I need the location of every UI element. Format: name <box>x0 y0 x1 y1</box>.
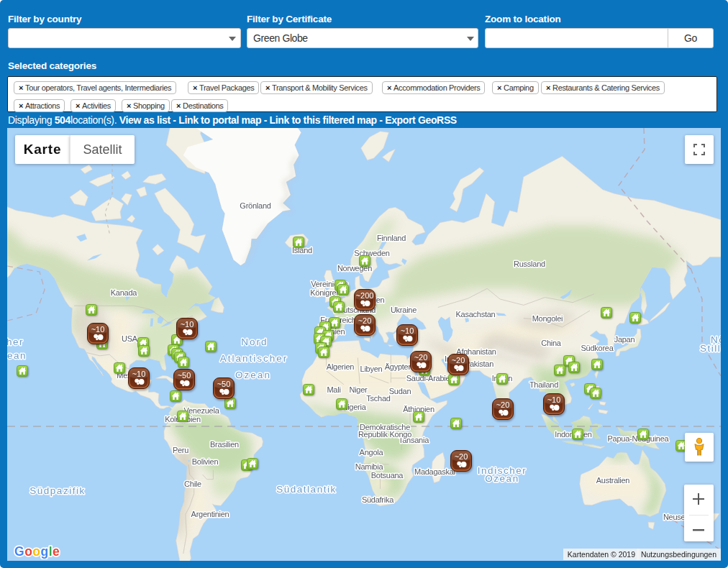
svg-text:Angola: Angola <box>360 448 384 457</box>
svg-text:Atlantischer: Atlantischer <box>220 353 288 364</box>
svg-text:Ozean: Ozean <box>7 350 27 361</box>
svg-text:~10: ~10 <box>181 320 194 329</box>
svg-text:Südafrika: Südafrika <box>362 495 394 504</box>
svg-text:~10: ~10 <box>401 326 414 335</box>
svg-text:Südatlantik: Südatlantik <box>276 484 336 495</box>
svg-text:China: China <box>541 339 562 347</box>
svg-text:Finnland: Finnland <box>377 234 406 242</box>
svg-text:Ukraine: Ukraine <box>391 306 417 314</box>
svg-text:~10: ~10 <box>547 395 561 404</box>
svg-text:Ozean: Ozean <box>235 370 271 380</box>
svg-text:Australien: Australien <box>596 476 630 485</box>
svg-text:Botsuana: Botsuana <box>371 471 404 480</box>
svg-text:Stiller Ozean: Stiller Ozean <box>700 343 721 354</box>
svg-text:Venezuela: Venezuela <box>183 406 219 415</box>
svg-text:Kasachstan: Kasachstan <box>456 310 496 319</box>
svg-text:Kanada: Kanada <box>111 288 138 297</box>
svg-text:USA: USA <box>122 334 138 343</box>
svg-text:~200: ~200 <box>356 291 374 300</box>
svg-text:Libyen: Libyen <box>360 365 383 373</box>
svg-text:Google: Google <box>14 544 60 559</box>
svg-text:Mongolei: Mongolei <box>532 314 563 323</box>
svg-text:Grönland: Grönland <box>240 201 270 210</box>
svg-text:Ozean: Ozean <box>485 473 519 484</box>
svg-text:Südkorea: Südkorea <box>581 344 614 352</box>
svg-text:Ägypten: Ägypten <box>385 362 413 371</box>
svg-text:~20: ~20 <box>496 400 510 409</box>
svg-text:Sudan: Sudan <box>389 387 411 395</box>
svg-text:Mali: Mali <box>327 385 340 394</box>
svg-text:~20: ~20 <box>452 356 465 365</box>
svg-text:licher: licher <box>7 336 24 347</box>
svg-text:~20: ~20 <box>414 353 428 362</box>
svg-text:~10: ~10 <box>91 325 105 334</box>
svg-text:Bolivien: Bolivien <box>192 457 219 466</box>
svg-text:~50: ~50 <box>178 371 191 380</box>
svg-text:Niger: Niger <box>349 385 368 394</box>
svg-text:~50: ~50 <box>217 380 231 388</box>
svg-text:Chile: Chile <box>184 480 201 488</box>
svg-text:Brasilien: Brasilien <box>210 440 239 449</box>
svg-text:Nord: Nord <box>241 336 268 347</box>
svg-text:Peru: Peru <box>173 446 188 454</box>
svg-text:Namibia: Namibia <box>355 462 384 471</box>
svg-text:Algerien: Algerien <box>327 362 354 371</box>
svg-text:Argentinien: Argentinien <box>191 510 229 518</box>
svg-text:~10: ~10 <box>132 370 146 378</box>
svg-text:~20: ~20 <box>358 316 372 325</box>
svg-text:Tschad: Tschad <box>366 394 390 403</box>
svg-text:Republik Kongo: Republik Kongo <box>358 430 411 439</box>
svg-text:Russland: Russland <box>514 260 545 268</box>
svg-text:~20: ~20 <box>455 452 468 461</box>
svg-text:Japan: Japan <box>614 335 635 344</box>
svg-text:Südpazifik: Südpazifik <box>29 485 85 496</box>
svg-text:Thailand: Thailand <box>529 380 558 389</box>
